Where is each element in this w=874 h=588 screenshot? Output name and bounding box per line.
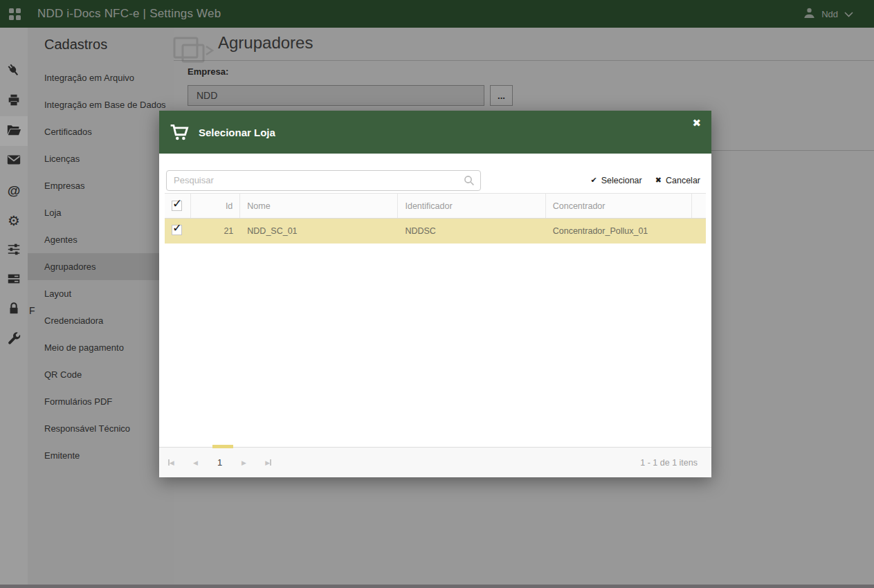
x-icon: ✖ [655,176,662,185]
next-page-button[interactable]: ▶ [232,459,256,466]
checkmark-icon: ✓ [172,225,182,235]
cell-identificador: NDDSC [398,226,545,236]
page-number-current[interactable]: 1 [208,457,232,468]
column-header-nome[interactable]: Nome [240,194,398,218]
search-input[interactable] [166,170,481,191]
cell-id: 21 [191,226,241,236]
row-checkbox[interactable]: ✓ [172,225,182,235]
select-button[interactable]: ✔ Selecionar [590,176,641,185]
dialog-toolbar: ✔ Selecionar ✖ Cancelar [159,154,711,193]
cell-nome: NDD_SC_01 [240,226,398,236]
dialog-header: Selecionar Loja ✖ [159,111,711,154]
cancel-button[interactable]: ✖ Cancelar [655,176,700,185]
first-page-button[interactable]: ◀ [159,459,183,466]
cell-concentrador: Concentrador_Pollux_01 [546,226,692,236]
close-icon[interactable]: ✖ [692,117,701,129]
pager-info: 1 - 1 de 1 itens [640,458,698,468]
dialog-body: ✔ Selecionar ✖ Cancelar ✓ Id Nome [159,154,711,477]
table-row[interactable]: ✓ 21 NDD_SC_01 NDDSC Concentrador_Pollux… [165,219,706,244]
search-icon [464,175,475,189]
prev-page-button[interactable]: ◀ [183,459,208,466]
current-page-indicator [212,445,233,448]
column-header-id[interactable]: Id [191,194,241,218]
column-header-identificador[interactable]: Identificador [398,194,545,218]
selecionar-loja-dialog: Selecionar Loja ✖ ✔ Selecionar ✖ [159,111,711,477]
check-icon: ✔ [590,176,597,185]
select-all-checkbox[interactable]: ✓ [172,201,182,211]
cart-icon [170,123,190,141]
checkmark-icon: ✓ [172,196,182,211]
column-header-concentrador[interactable]: Concentrador [546,194,692,218]
triangle-right-icon: ▶ [242,459,246,466]
triangle-left-icon: ◀ [170,459,174,466]
dialog-title: Selecionar Loja [199,127,275,138]
triangle-right-icon: ▶ [265,459,270,466]
app-window: NDD i-Docs NFC-e | Settings Web Ndd [0,0,874,588]
triangle-left-icon: ◀ [193,459,198,466]
grid-header-row: ✓ Id Nome Identificador Concentrador [165,193,706,219]
loja-grid: ✓ Id Nome Identificador Concentrador ✓ 2… [165,193,706,244]
last-page-button[interactable]: ▶ [256,459,280,466]
pager: ◀ ◀ 1 ▶ ▶ 1 - 1 de 1 itens [159,447,711,477]
